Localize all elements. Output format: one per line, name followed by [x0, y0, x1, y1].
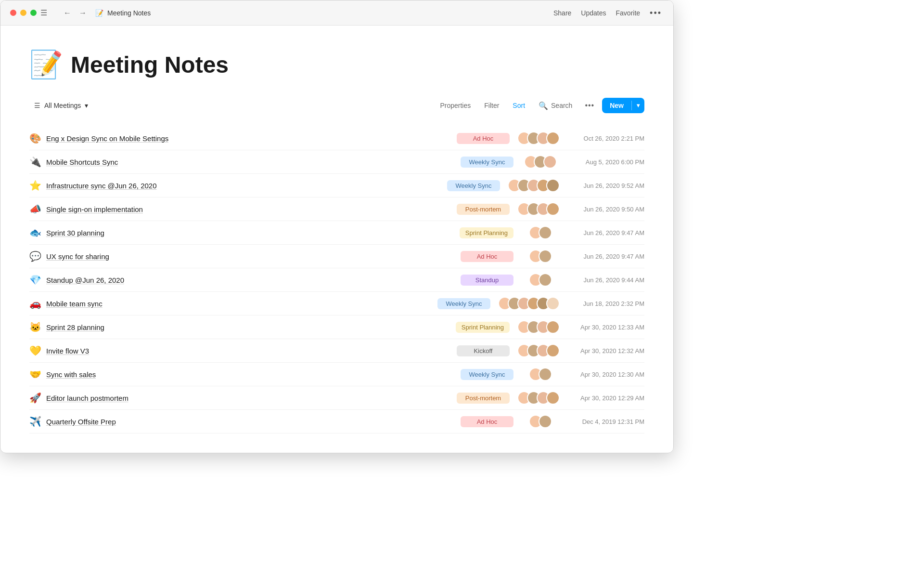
toolbar-more-button[interactable]: ••• [581, 99, 598, 112]
title-icon: 📝 [95, 9, 103, 17]
meeting-meta: Weekly Sync Apr 30, 2020 12:30 AM [461, 368, 644, 381]
table-row[interactable]: 🔌 Mobile Shortcuts Sync Weekly Sync Aug … [29, 150, 644, 174]
more-options-button[interactable]: ••• [650, 8, 662, 18]
sidebar-toggle-button[interactable]: ☰ [37, 6, 51, 19]
meeting-name: 💬 UX sync for sharing [29, 250, 461, 262]
avatar [546, 297, 560, 310]
avatar [546, 344, 560, 357]
meeting-emoji: 🤝 [29, 368, 41, 380]
search-area[interactable]: 🔍 Search [534, 98, 577, 113]
table-row[interactable]: 🐱 Sprint 28 planning Sprint Planning Apr… [29, 315, 644, 339]
main-content: 📝 Meeting Notes ☰ All Meetings ▾ Propert… [0, 26, 673, 453]
view-selector[interactable]: ☰ All Meetings ▾ [29, 99, 93, 112]
table-row[interactable]: ✈️ Quarterly Offsite Prep Ad Hoc Dec 4, … [29, 410, 644, 434]
favorite-button[interactable]: Favorite [616, 9, 641, 17]
meeting-avatars [521, 226, 560, 239]
meeting-avatars [521, 415, 560, 428]
new-button-group[interactable]: New ▾ [602, 98, 644, 113]
table-row[interactable]: 💬 UX sync for sharing Ad Hoc Jun 26, 202… [29, 245, 644, 268]
page-title: Meeting Notes [71, 52, 229, 78]
meeting-tag: Standup [461, 275, 513, 286]
navigation-buttons: ← → [61, 7, 90, 19]
table-row[interactable]: 🚀 Editor launch postmortem Post-mortem A… [29, 386, 644, 410]
avatar [539, 226, 552, 239]
toolbar-right: Properties Filter Sort 🔍 Search ••• New … [435, 98, 644, 113]
meeting-avatars [521, 155, 560, 169]
forward-button[interactable]: → [76, 7, 90, 19]
meeting-emoji: 🔌 [29, 156, 41, 168]
chevron-down-icon: ▾ [85, 102, 88, 109]
titlebar-actions: Share Updates Favorite ••• [553, 8, 662, 18]
meeting-date: Jun 18, 2020 2:32 PM [567, 300, 644, 307]
meeting-title: Invite flow V3 [46, 347, 89, 355]
meeting-tag: Weekly Sync [461, 157, 513, 168]
meeting-name: 🚗 Mobile team sync [29, 298, 437, 309]
meeting-tag: Ad Hoc [461, 416, 513, 427]
new-button-dropdown-icon[interactable]: ▾ [632, 98, 644, 113]
table-row[interactable]: ⭐ Infrastructure sync @Jun 26, 2020 Week… [29, 174, 644, 197]
meeting-table: 🎨 Eng x Design Sync on Mobile Settings A… [29, 127, 644, 434]
sort-button[interactable]: Sort [508, 99, 530, 112]
meeting-avatars [517, 344, 560, 357]
meeting-tag: Ad Hoc [457, 133, 510, 144]
meeting-date: Apr 30, 2020 12:30 AM [567, 371, 644, 378]
meeting-date: Apr 30, 2020 12:29 AM [567, 394, 644, 402]
search-icon: 🔍 [539, 101, 548, 110]
avatar [539, 273, 552, 287]
view-label: All Meetings [44, 102, 81, 109]
new-button-label[interactable]: New [602, 98, 631, 113]
maximize-button[interactable] [30, 10, 37, 16]
avatar [546, 179, 560, 192]
meeting-title: Eng x Design Sync on Mobile Settings [46, 134, 168, 143]
avatar [543, 155, 557, 169]
meeting-meta: Post-mortem Apr 30, 2020 12:29 AM [457, 391, 644, 405]
meeting-tag: Post-mortem [457, 204, 510, 215]
table-row[interactable]: 🤝 Sync with sales Weekly Sync Apr 30, 20… [29, 363, 644, 386]
meeting-title: Sprint 28 planning [46, 323, 104, 331]
table-row[interactable]: 💎 Standup @Jun 26, 2020 Standup Jun 26, … [29, 268, 644, 292]
table-row[interactable]: 🐟 Sprint 30 planning Sprint Planning Jun… [29, 221, 644, 245]
meeting-date: Jun 26, 2020 9:47 AM [567, 229, 644, 236]
meeting-date: Apr 30, 2020 12:32 AM [567, 347, 644, 355]
table-row[interactable]: 💛 Invite flow V3 Kickoff Apr 30, 2020 12… [29, 339, 644, 363]
properties-button[interactable]: Properties [435, 99, 475, 112]
minimize-button[interactable] [20, 10, 26, 16]
search-label: Search [551, 102, 572, 109]
meeting-meta: Weekly Sync Jun 26, 2020 9:52 AM [447, 179, 644, 192]
back-button[interactable]: ← [61, 7, 74, 19]
avatar [539, 415, 552, 428]
meeting-tag: Kickoff [457, 345, 510, 356]
close-button[interactable] [10, 10, 16, 16]
meeting-avatars [517, 202, 560, 216]
meeting-title: Quarterly Offsite Prep [46, 418, 116, 426]
meeting-avatars [498, 297, 560, 310]
meeting-name: 🚀 Editor launch postmortem [29, 392, 457, 404]
meeting-title: Infrastructure sync @Jun 26, 2020 [46, 182, 157, 190]
meeting-name: 🔌 Mobile Shortcuts Sync [29, 156, 461, 168]
meeting-meta: Standup Jun 26, 2020 9:44 AM [461, 273, 644, 287]
meeting-emoji: 🐱 [29, 321, 41, 333]
meeting-title: Mobile team sync [46, 300, 103, 308]
filter-button[interactable]: Filter [479, 99, 504, 112]
share-button[interactable]: Share [553, 9, 571, 17]
meeting-title: Mobile Shortcuts Sync [46, 158, 118, 166]
meeting-emoji: 🚀 [29, 392, 41, 404]
updates-button[interactable]: Updates [581, 9, 606, 17]
meeting-meta: Post-mortem Jun 26, 2020 9:50 AM [457, 202, 644, 216]
meeting-tag: Weekly Sync [461, 369, 513, 380]
meeting-emoji: 🐟 [29, 227, 41, 238]
meeting-name: ⭐ Infrastructure sync @Jun 26, 2020 [29, 180, 447, 191]
table-row[interactable]: 🚗 Mobile team sync Weekly Sync Jun 18, 2… [29, 292, 644, 315]
meeting-meta: Sprint Planning Apr 30, 2020 12:33 AM [456, 320, 644, 334]
meeting-date: Aug 5, 2020 6:00 PM [567, 158, 644, 166]
meeting-emoji: 💎 [29, 274, 41, 286]
table-row[interactable]: 🎨 Eng x Design Sync on Mobile Settings A… [29, 127, 644, 150]
meeting-emoji: 🚗 [29, 298, 41, 309]
meeting-date: Jun 26, 2020 9:50 AM [567, 206, 644, 213]
avatar [539, 250, 552, 263]
avatar [546, 131, 560, 145]
title-text: Meeting Notes [107, 9, 151, 17]
meeting-tag: Ad Hoc [461, 251, 513, 262]
meeting-emoji: 📣 [29, 203, 41, 215]
table-row[interactable]: 📣 Single sign-on implementation Post-mor… [29, 197, 644, 221]
